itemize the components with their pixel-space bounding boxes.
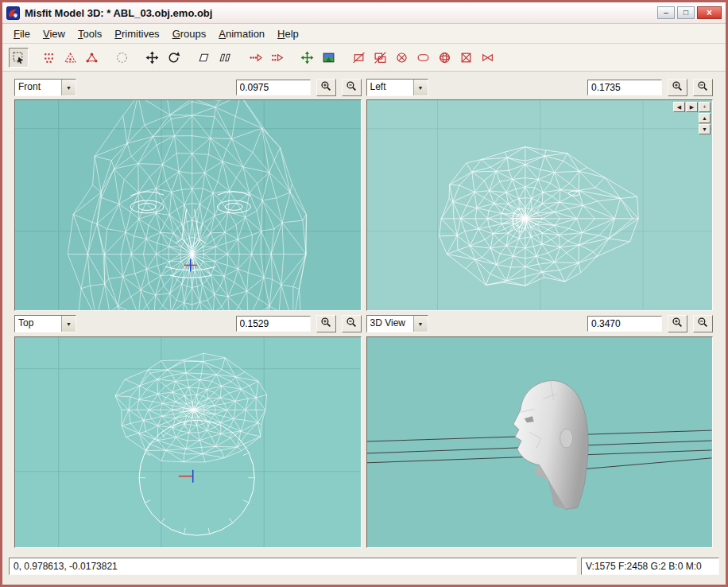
nav-pan-button[interactable]: +	[699, 102, 711, 112]
chevron-down-icon: ▼	[61, 80, 76, 95]
menu-file[interactable]: File	[7, 25, 37, 42]
front-viewport[interactable]	[14, 99, 362, 311]
minimize-button[interactable]: –	[657, 6, 675, 19]
top-viewport[interactable]	[14, 336, 362, 548]
cursor-rect-icon	[12, 51, 25, 64]
hide-faces-tool[interactable]	[349, 48, 369, 68]
front-view-mode-value: Front	[15, 80, 61, 95]
front-zoom-input[interactable]	[236, 80, 311, 95]
zoom-out-icon	[346, 80, 358, 95]
rotate-tool[interactable]	[164, 48, 184, 68]
nav-up-button[interactable]: ▲	[699, 113, 711, 123]
poly1-icon	[197, 51, 211, 64]
perspective-view-mode-value: 3D View	[367, 316, 413, 332]
statusbar: 0, 0.978613, -0.0173821 V:1575 F:2458 G:…	[2, 553, 726, 585]
poly2-icon	[219, 51, 232, 64]
top-view-mode-dropdown[interactable]: Top ▼	[14, 315, 76, 332]
titlebar[interactable]: Misfit Model 3D: * ABL_03.obj.emo.obj – …	[2, 2, 726, 24]
close-button[interactable]: ×	[697, 6, 722, 19]
chevron-down-icon: ▼	[61, 316, 76, 332]
perspective-zoom-input[interactable]	[587, 316, 662, 332]
duplicate-tool[interactable]	[370, 48, 390, 68]
create-cylinder-tool[interactable]	[413, 48, 433, 68]
texture-tool[interactable]	[319, 48, 339, 68]
zoom-in-icon	[320, 80, 332, 95]
front-zoom-in-button[interactable]	[316, 79, 336, 96]
create-cube-tool[interactable]	[456, 48, 476, 68]
move-icon	[145, 51, 159, 64]
extrude-tool[interactable]	[246, 48, 265, 68]
perspective-viewport[interactable]	[366, 336, 714, 548]
app-window: Misfit Model 3D: * ABL_03.obj.emo.obj – …	[0, 0, 728, 587]
bowtie-icon	[481, 51, 494, 64]
status-coordinates: 0, 0.978613, -0.0173821	[9, 558, 577, 575]
top-zoom-input[interactable]	[236, 316, 311, 332]
chevron-down-icon: ▼	[413, 316, 428, 332]
menu-tools[interactable]: Tools	[72, 25, 108, 42]
zoom-out-icon	[697, 80, 709, 95]
left-view-mode-dropdown[interactable]: Left ▼	[366, 79, 428, 96]
arrow-dots-icon	[249, 51, 262, 64]
pan-view-tool[interactable]	[297, 48, 317, 68]
circle-x-icon	[395, 51, 409, 64]
zoom-in-icon	[672, 80, 683, 95]
nav-right-button[interactable]: ▶	[686, 102, 698, 112]
left-wireframe	[367, 100, 713, 310]
dashed-tri-icon	[64, 51, 77, 64]
select-connected-tool[interactable]	[82, 48, 102, 68]
toolbar	[2, 44, 726, 72]
front-wireframe	[15, 100, 361, 310]
left-zoom-in-button[interactable]	[668, 79, 687, 96]
select-groups-tool[interactable]	[112, 48, 132, 68]
select-move-tool[interactable]	[9, 48, 29, 68]
top-viewport-controls: Top ▼	[14, 311, 362, 336]
flip-tool[interactable]	[194, 48, 214, 68]
window-title: Misfit Model 3D: * ABL_03.obj.emo.obj	[25, 7, 655, 19]
perspective-render	[367, 337, 713, 547]
zoom-in-icon	[672, 317, 683, 331]
nav-down-button[interactable]: ▼	[699, 124, 711, 134]
zoom-out-icon	[697, 317, 709, 331]
left-view-mode-value: Left	[367, 80, 413, 95]
menubar: File View Tools Primitives Groups Animat…	[2, 24, 726, 44]
create-torus-tool[interactable]	[478, 48, 498, 68]
menu-view[interactable]: View	[37, 25, 72, 42]
zoom-out-icon	[346, 317, 358, 331]
left-viewport[interactable]: ◀ ▶ + ▲ ▼	[366, 99, 714, 311]
perspective-view-mode-dropdown[interactable]: 3D View ▼	[366, 315, 428, 332]
texture-icon	[322, 51, 335, 64]
top-zoom-out-button[interactable]	[342, 315, 362, 332]
menu-groups[interactable]: Groups	[166, 25, 213, 42]
mesh-sphere-icon	[438, 51, 451, 64]
delete-tool[interactable]	[392, 48, 412, 68]
front-viewport-controls: Front ▼	[14, 76, 362, 99]
top-zoom-in-button[interactable]	[316, 315, 336, 332]
menu-primitives[interactable]: Primitives	[108, 25, 165, 42]
zoom-in-icon	[320, 317, 332, 331]
menu-animation[interactable]: Animation	[212, 25, 271, 42]
perspective-zoom-in-button[interactable]	[668, 315, 687, 332]
snap-weld-tool[interactable]	[267, 48, 287, 68]
create-sphere-tool[interactable]	[435, 48, 455, 68]
slash-2rect-icon	[374, 51, 387, 64]
select-faces-tool[interactable]	[60, 48, 80, 68]
rotate-icon	[167, 51, 180, 64]
left-zoom-input[interactable]	[587, 80, 662, 95]
menu-help[interactable]: Help	[271, 25, 305, 42]
shear-tool[interactable]	[215, 48, 235, 68]
nav-left-button[interactable]: ◀	[673, 102, 685, 112]
perspective-viewport-controls: 3D View ▼	[366, 311, 714, 336]
front-view-mode-dropdown[interactable]: Front ▼	[14, 79, 76, 96]
front-zoom-out-button[interactable]	[342, 79, 362, 96]
maximize-button[interactable]: □	[677, 6, 695, 19]
workspace: Front ▼ Left ▼ ◀ ▶	[2, 72, 726, 553]
dashed-circle-icon	[115, 51, 129, 64]
arrow-dots2-icon	[270, 51, 284, 64]
move-tool[interactable]	[142, 48, 162, 68]
left-zoom-out-button[interactable]	[693, 79, 713, 96]
select-vertices-tool[interactable]	[39, 48, 59, 68]
slash-rect-icon	[352, 51, 366, 64]
perspective-zoom-out-button[interactable]	[693, 315, 713, 332]
connected-icon	[85, 51, 99, 64]
move-icon	[300, 51, 314, 64]
